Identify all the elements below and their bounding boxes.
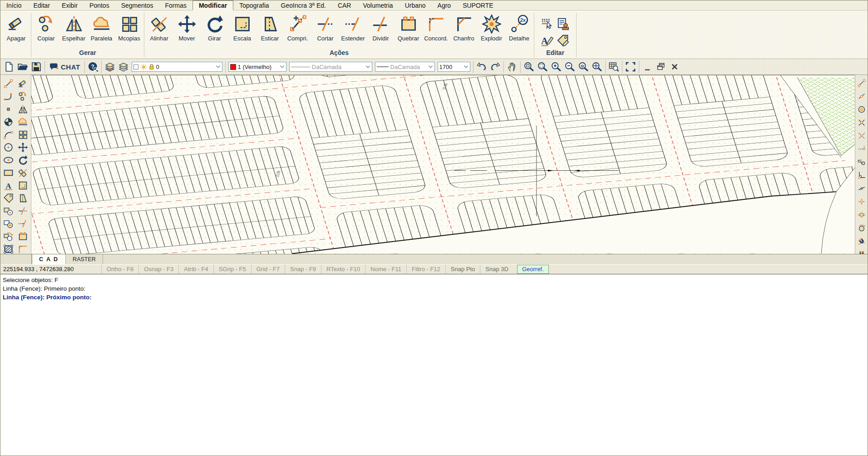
open-file-button[interactable] [16, 60, 30, 74]
toggle-grid-f7[interactable]: Grid - F7 [251, 265, 285, 274]
zoom-in-button[interactable] [549, 60, 563, 74]
ribbon-quebrar-button[interactable]: Quebrar [395, 11, 422, 42]
help-button[interactable]: ? [86, 60, 100, 74]
tool-parallel-button[interactable] [16, 116, 30, 128]
menu-editar[interactable]: Editar [27, 0, 56, 10]
ribbon-esticar-button[interactable]: Esticar [256, 11, 284, 42]
layer-visibility-button[interactable] [103, 60, 117, 74]
menu-suporte[interactable]: SUPORTE [457, 0, 499, 10]
tool-polyline-button[interactable] [2, 90, 15, 102]
tool-tag-button[interactable] [2, 192, 15, 204]
layer-select[interactable]: 0 [132, 62, 222, 72]
ribbon-chanfro-button[interactable]: Chanfro [450, 11, 478, 42]
toggle-rtexto-f10[interactable]: RTexto - F10 [321, 265, 365, 274]
tool-rotate-button[interactable] [16, 154, 30, 166]
snap-midpoint-button[interactable] [857, 92, 867, 101]
menu-car[interactable]: CAR [332, 0, 357, 10]
tool-position-button[interactable] [2, 116, 15, 128]
ribbon-estender-button[interactable]: Estender [339, 11, 367, 42]
zoom-all-button[interactable] [590, 60, 604, 74]
tool-mirror-button[interactable] [16, 103, 30, 115]
snap-insert-button[interactable] [857, 210, 867, 219]
tool-stretch-button[interactable] [16, 192, 30, 204]
ribbon-edit-tag-button[interactable] [550, 30, 577, 47]
toggle-sgrip-f5[interactable]: SGrip - F5 [213, 265, 251, 274]
tool-point-button[interactable] [2, 103, 15, 115]
tool-circle-ref2-button[interactable] [2, 218, 15, 229]
ribbon-concord-button[interactable]: Concord. [422, 11, 450, 42]
ribbon-explodir-button[interactable]: Explodir [478, 11, 505, 42]
tool-circle-button[interactable] [2, 141, 15, 153]
tool-trim-button[interactable] [16, 205, 30, 217]
layer-manager-button[interactable] [117, 60, 130, 74]
menu-volumetria[interactable]: Volumetria [357, 0, 399, 10]
tool-eraser-button[interactable] [16, 78, 30, 89]
zoom-raster-button[interactable] [607, 60, 621, 74]
toggle-osnap-f3[interactable]: Osnap - F3 [138, 265, 178, 274]
tool-align-button[interactable] [16, 167, 30, 178]
menu-modificar[interactable]: Modificar [192, 0, 233, 10]
scale-combo[interactable]: 1700 [438, 62, 470, 72]
zoom-window-button[interactable] [536, 60, 549, 74]
ribbon-apagar-button[interactable]: Apagar [2, 11, 30, 42]
pan-button[interactable] [505, 60, 519, 74]
snap-magnet-tilt-button[interactable] [857, 237, 867, 246]
ribbon-escala-button[interactable]: Escala [228, 11, 256, 42]
layer-freeze-checkbox[interactable] [133, 64, 138, 69]
tool-scale-button[interactable] [16, 179, 30, 191]
menu-topografia[interactable]: Topografia [233, 0, 275, 10]
tool-move-button[interactable] [16, 141, 30, 153]
close-button[interactable] [668, 60, 681, 74]
tool-multicopy-button[interactable] [16, 129, 30, 140]
lineweight-select[interactable]: DaCamada [375, 62, 435, 72]
linetype-select[interactable]: DaCamada [289, 62, 372, 72]
zoom-realtime-button[interactable] [522, 60, 536, 74]
menu-formas[interactable]: Formas [159, 0, 192, 10]
snap-endpoint-button[interactable] [857, 79, 867, 88]
ribbon-dividir-button[interactable]: Dividir [367, 11, 395, 42]
command-line[interactable]: Selecione objetos: FLinha (Fence): Prime… [0, 274, 868, 456]
toggle-filtro-f12[interactable]: Filtro - F12 [406, 265, 445, 274]
snap-perpendicular-button[interactable] [857, 171, 867, 180]
fullscreen-button[interactable] [624, 60, 637, 74]
minimize-button[interactable] [641, 60, 654, 74]
snap-extension-button[interactable] [857, 144, 867, 154]
snap-rotate-button[interactable] [857, 223, 867, 233]
menu-exibir[interactable]: Exibir [56, 0, 84, 10]
zoom-extents-button[interactable] [577, 60, 590, 74]
snap-point-button[interactable] [857, 197, 867, 206]
tool-text-button[interactable]: A [2, 179, 15, 191]
restore-button[interactable] [654, 60, 668, 74]
chat-button[interactable]: CHAT [46, 62, 83, 72]
ribbon-espelhar-button[interactable]: Espelhar [60, 11, 88, 42]
toggle-ortho-f8[interactable]: Ortho - F8 [101, 265, 138, 274]
snap-quadrant-button[interactable] [857, 158, 867, 167]
tool-line-button[interactable] [2, 78, 15, 89]
tool-break-button[interactable] [16, 230, 30, 242]
ribbon-detalhe-button[interactable]: 2xDetalhe [505, 11, 533, 42]
tool-circle-ref-button[interactable] [2, 205, 15, 217]
drawing-canvas[interactable]: 15.0015.00 [31, 75, 855, 254]
ribbon-copiar-button[interactable]: Copiar [32, 11, 60, 42]
menu-agro[interactable]: Agro [432, 0, 457, 10]
ribbon-mcopias-button[interactable]: Mcopias [115, 11, 143, 42]
tool-arc-button[interactable] [2, 129, 15, 140]
new-file-button[interactable] [2, 60, 16, 74]
menu-inicio[interactable]: Início [0, 0, 27, 10]
tab-raster[interactable]: RASTER [66, 254, 103, 264]
tool-circle-rot-button[interactable] [2, 230, 15, 242]
tool-extend-button[interactable] [16, 218, 30, 229]
tool-fillet-button[interactable] [16, 243, 30, 255]
tool-ellipse-button[interactable] [2, 154, 15, 166]
ribbon-alinhar-button[interactable]: Alinhar [145, 11, 173, 42]
menu-pontos[interactable]: Pontos [84, 0, 115, 10]
snap-center-button[interactable] [857, 105, 867, 114]
zoom-out-button[interactable] [563, 60, 577, 74]
ribbon-edit-stamp-button[interactable] [550, 14, 577, 31]
undo-button[interactable] [475, 60, 488, 74]
ribbon-compri-button[interactable]: Compri. [284, 11, 311, 42]
toggle-snap-f9[interactable]: Snap - F9 [285, 265, 321, 274]
color-select[interactable]: 1 (Vermelho) [228, 62, 286, 72]
ribbon-paralela-button[interactable]: Paralela [88, 11, 115, 42]
snap-intersection-button[interactable] [857, 118, 867, 127]
